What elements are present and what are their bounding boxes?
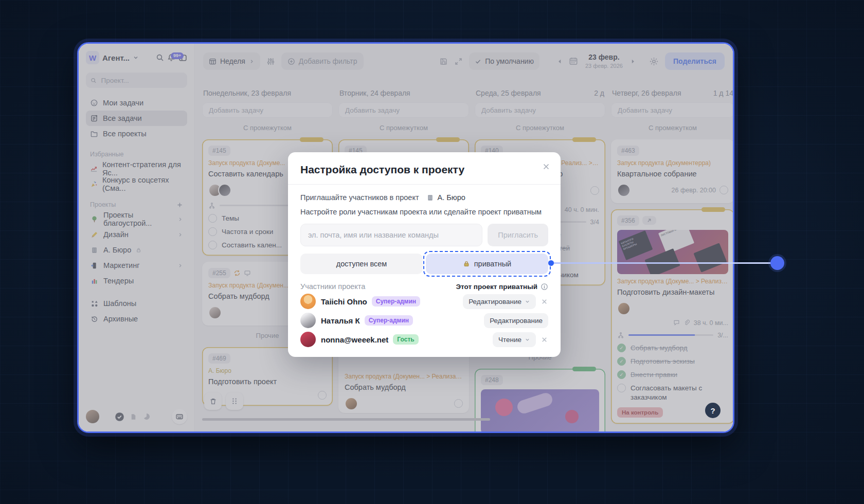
- building-icon: [426, 194, 434, 202]
- member-name: nonna@weeek.net: [321, 335, 388, 344]
- member-avatar: [300, 294, 316, 309]
- private-note: Этот проект приватный: [456, 283, 548, 291]
- project-name: А. Бюро: [438, 192, 465, 203]
- member-row: Наталья К Супер-админ Редактирование: [300, 312, 548, 329]
- member-role-badge: Гость: [393, 334, 418, 345]
- pointer-annotation-line: [551, 262, 772, 264]
- members-label: Участники проекта: [300, 282, 365, 291]
- member-name: Taiichi Ohno: [321, 297, 367, 306]
- desktop-background: W Агент... 99+ Мои задачи: [0, 0, 864, 504]
- access-toggle: доступен всем приватный: [300, 254, 548, 274]
- remove-member-icon[interactable]: [541, 298, 548, 305]
- remove-member-icon[interactable]: [541, 336, 548, 344]
- invite-email-input[interactable]: [300, 224, 482, 246]
- member-role-badge: Супер-админ: [365, 315, 413, 326]
- invite-button[interactable]: Пригласить: [488, 224, 548, 246]
- invite-line: Приглашайте участников в проект А. Бюро: [300, 192, 548, 203]
- access-private-option[interactable]: приватный: [426, 254, 548, 274]
- pointer-annotation-anchor: [548, 260, 554, 266]
- access-public-option[interactable]: доступен всем: [300, 254, 423, 274]
- member-avatar: [300, 313, 316, 328]
- close-icon[interactable]: [542, 163, 550, 171]
- member-row: nonna@weeek.net Гость Чтение: [300, 331, 548, 348]
- modal-title: Настройка доступов к проекту: [300, 163, 548, 177]
- member-role-badge: Супер-админ: [372, 296, 420, 307]
- pointer-annotation-dot: [770, 256, 784, 270]
- help-button[interactable]: ?: [705, 403, 721, 418]
- chevron-down-icon: [525, 337, 530, 343]
- member-role-dropdown[interactable]: Чтение: [493, 332, 536, 347]
- lock-icon: [463, 260, 470, 267]
- chevron-down-icon: [525, 299, 530, 304]
- member-row: Taiichi Ohno Супер-админ Редактирование: [300, 293, 548, 310]
- member-avatar: [300, 332, 316, 347]
- member-name: Наталья К: [321, 316, 360, 325]
- member-role-static: Редактирование: [484, 313, 548, 328]
- member-role-dropdown[interactable]: Редактирование: [463, 294, 536, 309]
- project-access-modal: Настройка доступов к проекту Приглашайте…: [288, 152, 561, 357]
- project-chip: А. Бюро: [426, 192, 465, 203]
- info-icon[interactable]: [541, 283, 548, 291]
- modal-description: Настройте роли участникам проекта или сд…: [300, 206, 548, 218]
